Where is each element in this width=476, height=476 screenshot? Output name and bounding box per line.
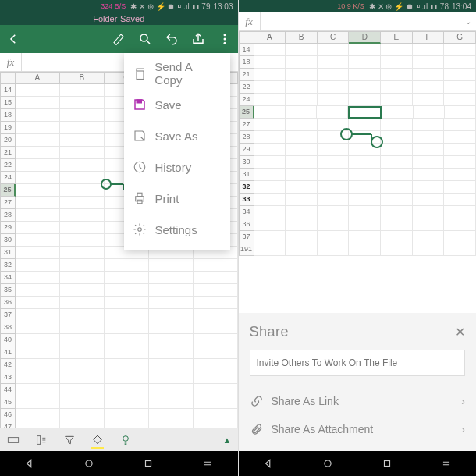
cell[interactable] (254, 69, 286, 81)
row-header[interactable]: 24 (0, 172, 16, 184)
row-header[interactable]: 31 (0, 247, 16, 259)
cell[interactable] (194, 334, 238, 346)
menu-settings[interactable]: Settings (124, 214, 230, 245)
cell[interactable] (381, 81, 413, 94)
cell[interactable] (318, 181, 350, 194)
cell[interactable] (60, 284, 105, 297)
row-header[interactable]: 29 (0, 222, 16, 234)
row-header[interactable]: 18 (0, 109, 16, 122)
cell[interactable] (149, 334, 194, 346)
cell[interactable] (16, 359, 60, 371)
cell[interactable] (60, 159, 105, 172)
cell[interactable] (381, 69, 413, 81)
row-header[interactable]: 43 (0, 371, 16, 384)
row-header[interactable]: 19 (0, 122, 16, 134)
cell[interactable] (60, 122, 105, 134)
pen-icon[interactable] (112, 32, 126, 46)
cell[interactable] (413, 243, 445, 256)
row-header[interactable]: 18 (239, 56, 254, 69)
cell[interactable] (60, 109, 105, 122)
cell[interactable] (318, 81, 350, 94)
cell[interactable] (286, 169, 318, 181)
cell[interactable] (105, 321, 149, 334)
cell[interactable] (16, 172, 60, 184)
cell[interactable] (286, 231, 318, 243)
cell[interactable] (60, 409, 105, 421)
cell[interactable] (444, 119, 476, 131)
row-header[interactable]: 22 (0, 159, 16, 172)
cell[interactable] (381, 131, 413, 144)
cell[interactable] (349, 81, 381, 94)
cell[interactable] (254, 144, 286, 156)
column-header[interactable]: G (444, 31, 476, 44)
share-as-attachment[interactable]: Share As Attachment › (250, 415, 466, 443)
cell[interactable] (444, 44, 476, 56)
cell[interactable] (318, 218, 350, 231)
cell[interactable] (318, 144, 350, 156)
cell[interactable] (254, 56, 286, 69)
row-header[interactable]: 22 (239, 81, 254, 94)
cell[interactable] (194, 284, 238, 297)
cell[interactable] (194, 371, 238, 384)
cell[interactable] (105, 334, 149, 346)
row-header[interactable]: 42 (0, 359, 16, 371)
cell[interactable] (16, 234, 60, 247)
cell[interactable] (60, 147, 105, 159)
cell[interactable] (348, 106, 382, 119)
cell[interactable] (318, 94, 350, 106)
row-header[interactable]: 36 (0, 297, 16, 309)
cell[interactable] (318, 206, 350, 218)
cell[interactable] (318, 243, 350, 256)
cell[interactable] (16, 309, 60, 321)
share-icon[interactable] (191, 32, 205, 46)
cell[interactable] (105, 259, 149, 272)
row-header[interactable]: 30 (0, 234, 16, 247)
row-header[interactable]: 28 (239, 131, 254, 144)
column-header[interactable]: F (413, 31, 445, 44)
cell[interactable] (444, 206, 476, 218)
cell[interactable] (60, 97, 105, 109)
cell[interactable] (413, 194, 445, 206)
cell[interactable] (105, 371, 149, 384)
cell[interactable] (349, 156, 381, 169)
cell[interactable] (194, 321, 238, 334)
cell[interactable] (349, 144, 381, 156)
cell[interactable] (194, 384, 238, 396)
cell[interactable] (444, 131, 476, 144)
row-header[interactable]: 14 (239, 44, 254, 56)
cell[interactable] (16, 247, 60, 259)
cell[interactable] (60, 334, 105, 346)
cell[interactable] (444, 231, 476, 243)
cell[interactable] (16, 409, 60, 421)
row-header[interactable]: 34 (239, 206, 254, 218)
cell[interactable] (381, 194, 413, 206)
cell[interactable] (413, 94, 445, 106)
cell[interactable] (254, 243, 286, 256)
cell[interactable] (318, 56, 350, 69)
cell[interactable] (16, 371, 60, 384)
row-header[interactable]: 34 (0, 272, 16, 284)
keyboard-icon[interactable] (6, 433, 20, 447)
column-header[interactable]: B (286, 31, 318, 44)
cell[interactable] (444, 56, 476, 69)
cell[interactable] (413, 156, 445, 169)
cell[interactable] (381, 169, 413, 181)
cell[interactable] (254, 181, 286, 194)
row-header[interactable]: 31 (239, 169, 254, 181)
cell[interactable] (149, 284, 194, 297)
cell[interactable] (149, 384, 194, 396)
cell[interactable] (349, 181, 381, 194)
cell[interactable] (16, 159, 60, 172)
cell[interactable] (16, 259, 60, 272)
row-header[interactable]: 37 (239, 231, 254, 243)
nav-back[interactable] (262, 457, 275, 470)
row-header[interactable]: 38 (0, 321, 16, 334)
cell[interactable] (286, 194, 318, 206)
cell[interactable] (105, 359, 149, 371)
cell[interactable] (60, 309, 105, 321)
cell[interactable] (286, 119, 318, 131)
cell[interactable] (349, 94, 381, 106)
cell[interactable] (318, 169, 350, 181)
cell[interactable] (16, 222, 60, 234)
cell[interactable] (413, 56, 445, 69)
